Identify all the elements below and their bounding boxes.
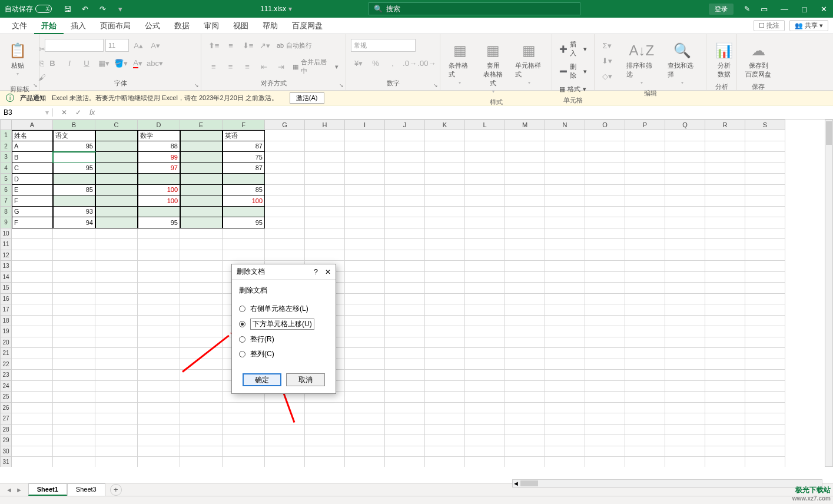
comment-button[interactable]: ☐ 批注 bbox=[754, 20, 785, 31]
cell[interactable] bbox=[545, 457, 585, 467]
cell[interactable] bbox=[545, 370, 585, 381]
cell[interactable] bbox=[425, 130, 465, 141]
cell[interactable] bbox=[53, 261, 95, 272]
cell[interactable] bbox=[545, 435, 585, 446]
cell[interactable] bbox=[425, 250, 465, 261]
cell[interactable] bbox=[425, 141, 465, 152]
cell[interactable] bbox=[425, 304, 465, 316]
cell[interactable] bbox=[12, 294, 53, 305]
cell[interactable] bbox=[745, 294, 785, 305]
cell[interactable] bbox=[180, 195, 223, 207]
cell[interactable] bbox=[12, 370, 53, 381]
cell[interactable] bbox=[180, 250, 223, 261]
decrease-decimal-icon[interactable]: .00→ bbox=[419, 57, 434, 69]
cell[interactable] bbox=[180, 228, 223, 240]
cell[interactable] bbox=[95, 316, 138, 327]
cell[interactable] bbox=[95, 381, 138, 392]
cell[interactable] bbox=[505, 272, 545, 283]
align-left-icon[interactable]: ≡ bbox=[206, 60, 221, 73]
cell[interactable] bbox=[545, 130, 585, 141]
cell[interactable]: 87 bbox=[223, 141, 265, 152]
currency-icon[interactable]: ¥▾ bbox=[351, 57, 366, 69]
pencil-icon[interactable]: ✎ bbox=[744, 5, 750, 13]
col-header-M[interactable]: M bbox=[505, 120, 545, 130]
cell[interactable] bbox=[545, 217, 585, 228]
cell[interactable] bbox=[345, 130, 385, 141]
row-header-19[interactable]: 19 bbox=[0, 326, 12, 337]
font-size-select[interactable] bbox=[105, 39, 129, 52]
cell[interactable] bbox=[425, 359, 465, 370]
cell[interactable] bbox=[180, 425, 223, 436]
row-header-8[interactable]: 8 bbox=[0, 207, 12, 218]
cell[interactable] bbox=[505, 141, 545, 152]
row-header-14[interactable]: 14 bbox=[0, 272, 12, 283]
cell[interactable] bbox=[305, 413, 345, 425]
sheet-prev-icon[interactable]: ◄ bbox=[6, 486, 12, 493]
cell[interactable] bbox=[12, 272, 53, 283]
cell[interactable] bbox=[665, 163, 705, 174]
cell[interactable] bbox=[12, 337, 53, 349]
cell[interactable] bbox=[53, 250, 95, 261]
fill-color-icon[interactable]: 🪣▾ bbox=[113, 57, 128, 69]
cell[interactable] bbox=[138, 413, 180, 425]
cell[interactable] bbox=[585, 348, 625, 359]
cell[interactable] bbox=[745, 403, 785, 414]
cell[interactable] bbox=[625, 446, 665, 457]
cell[interactable] bbox=[505, 283, 545, 294]
col-header-P[interactable]: P bbox=[625, 120, 665, 130]
cell[interactable] bbox=[665, 195, 705, 207]
phonetic-icon[interactable]: abc▾ bbox=[147, 57, 162, 69]
cell[interactable] bbox=[138, 337, 180, 349]
cell[interactable] bbox=[12, 316, 53, 327]
col-header-S[interactable]: S bbox=[745, 120, 785, 130]
cell[interactable] bbox=[180, 141, 223, 152]
cell[interactable] bbox=[505, 174, 545, 185]
cell[interactable] bbox=[625, 359, 665, 370]
cell[interactable] bbox=[665, 217, 705, 228]
cell[interactable] bbox=[425, 185, 465, 196]
menu-tab-2[interactable]: 插入 bbox=[64, 18, 93, 33]
cell[interactable] bbox=[665, 228, 705, 240]
row-header-6[interactable]: 6 bbox=[0, 185, 12, 196]
cell[interactable] bbox=[545, 239, 585, 250]
cell[interactable] bbox=[465, 207, 505, 218]
cell[interactable] bbox=[585, 228, 625, 240]
cell[interactable] bbox=[95, 446, 138, 457]
cell[interactable] bbox=[138, 359, 180, 370]
cell[interactable] bbox=[265, 413, 305, 425]
cell[interactable]: 100 bbox=[138, 185, 180, 196]
cell[interactable] bbox=[465, 163, 505, 174]
cell[interactable] bbox=[385, 337, 425, 349]
cell[interactable] bbox=[705, 250, 745, 261]
cell[interactable] bbox=[305, 435, 345, 446]
align-bottom-icon[interactable]: ⬇≡ bbox=[240, 39, 255, 52]
cell[interactable] bbox=[385, 326, 425, 337]
cell[interactable] bbox=[585, 413, 625, 425]
decrease-font-icon[interactable]: A▾ bbox=[148, 39, 163, 52]
col-header-O[interactable]: O bbox=[585, 120, 625, 130]
cell[interactable] bbox=[345, 446, 385, 457]
cell[interactable]: 语文 bbox=[53, 130, 95, 141]
cell[interactable] bbox=[12, 348, 53, 359]
cell[interactable] bbox=[95, 326, 138, 337]
cell[interactable] bbox=[625, 457, 665, 467]
menu-tab-9[interactable]: 百度网盘 bbox=[285, 18, 330, 33]
sort-filter-button[interactable]: A↓Z排序和筛选▾ bbox=[623, 39, 661, 88]
cell[interactable] bbox=[745, 326, 785, 337]
cell[interactable] bbox=[665, 239, 705, 250]
activate-button[interactable]: 激活(A) bbox=[290, 92, 324, 104]
cell[interactable] bbox=[465, 294, 505, 305]
cell[interactable] bbox=[505, 348, 545, 359]
cell[interactable] bbox=[138, 446, 180, 457]
name-box[interactable]: B3▾ bbox=[0, 108, 53, 117]
cell[interactable] bbox=[138, 283, 180, 294]
cell[interactable] bbox=[265, 207, 305, 218]
cell[interactable] bbox=[345, 152, 385, 163]
cell[interactable] bbox=[53, 446, 95, 457]
cell[interactable] bbox=[465, 130, 505, 141]
row-header-31[interactable]: 31 bbox=[0, 457, 12, 467]
cell[interactable] bbox=[95, 435, 138, 446]
cell[interactable] bbox=[505, 217, 545, 228]
cell[interactable] bbox=[705, 163, 745, 174]
cell[interactable] bbox=[545, 392, 585, 403]
